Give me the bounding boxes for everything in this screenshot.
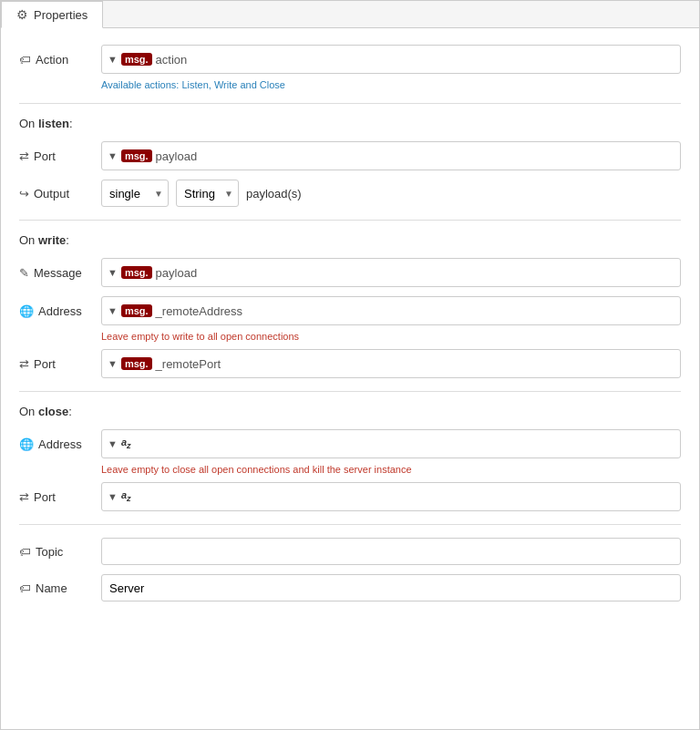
write-address-row: 🌐 Address ▼ msg. _remoteAddress	[19, 296, 681, 325]
write-message-icon: ✎	[19, 266, 29, 280]
listen-port-row: ⇄ Port ▼ msg. payload	[19, 141, 681, 170]
listen-port-msg-badge: msg.	[121, 149, 152, 162]
close-address-input[interactable]: ▼ az	[101, 429, 681, 458]
close-address-icon: 🌐	[19, 437, 34, 451]
write-address-field: _remoteAddress	[156, 304, 242, 318]
output-type-select[interactable]: String Buffer JSON	[176, 180, 239, 207]
close-port-input[interactable]: ▼ az	[101, 482, 681, 511]
close-port-icon: ⇄	[19, 490, 29, 504]
topic-input[interactable]	[101, 538, 681, 565]
write-address-icon: 🌐	[19, 304, 34, 318]
write-port-arrow[interactable]: ▼	[108, 358, 118, 369]
action-input[interactable]: ▼ msg. action	[101, 45, 681, 74]
write-port-icon: ⇄	[19, 357, 29, 371]
action-msg-field: action	[156, 53, 188, 67]
action-hint: Available actions: Listen, Write and Clo…	[101, 79, 681, 90]
close-address-arrow[interactable]: ▼	[108, 438, 118, 449]
listen-port-arrow[interactable]: ▼	[108, 150, 118, 161]
write-port-badge: msg.	[121, 357, 152, 370]
listen-port-input[interactable]: ▼ msg. payload	[101, 141, 681, 170]
output-label: ↪ Output	[19, 187, 92, 200]
close-address-az-badge: az	[121, 437, 131, 450]
listen-port-icon: ⇄	[19, 149, 29, 163]
write-address-hint: Leave empty to write to all open connect…	[101, 331, 681, 342]
output-row: ↪ Output single stream ▼ String	[19, 180, 681, 207]
close-port-row: ⇄ Port ▼ az	[19, 482, 681, 511]
write-message-row: ✎ Message ▼ msg. payload	[19, 258, 681, 287]
action-row: 🏷 Action ▼ msg. action	[19, 45, 681, 74]
output-suffix: payload(s)	[246, 187, 302, 200]
topic-label: 🏷 Topic	[19, 545, 92, 559]
on-write-heading: On write:	[19, 233, 681, 247]
form-content: 🏷 Action ▼ msg. action Available actions…	[1, 28, 699, 627]
tab-properties[interactable]: ⚙ Properties	[1, 1, 103, 28]
divider-4	[19, 524, 681, 525]
output-controls: single stream ▼ String Buffer JSON ▼ p	[101, 180, 302, 207]
write-port-label: ⇄ Port	[19, 357, 92, 371]
name-input[interactable]	[101, 574, 681, 601]
output-icon: ↪	[19, 187, 29, 200]
name-label: 🏷 Name	[19, 581, 92, 595]
close-address-label: 🌐 Address	[19, 437, 92, 451]
write-port-input[interactable]: ▼ msg. _remotePort	[101, 349, 681, 378]
write-address-input[interactable]: ▼ msg. _remoteAddress	[101, 296, 681, 325]
on-listen-heading: On listen:	[19, 117, 681, 130]
gear-icon: ⚙	[16, 7, 28, 22]
close-port-label: ⇄ Port	[19, 490, 92, 504]
close-address-hint: Leave empty to close all open connection…	[101, 464, 681, 475]
topic-tag-icon: 🏷	[19, 545, 31, 559]
action-msg-badge: msg.	[121, 53, 152, 66]
listen-port-label: ⇄ Port	[19, 149, 92, 163]
output-type-select-wrap: String Buffer JSON ▼	[176, 180, 239, 207]
close-address-row: 🌐 Address ▼ az	[19, 429, 681, 458]
properties-panel: ⚙ Properties 🏷 Action ▼ msg. action Avai…	[0, 0, 700, 730]
write-message-field: payload	[156, 266, 198, 280]
on-listen-section: On listen: ⇄ Port ▼ msg. payload ↪	[19, 117, 681, 207]
write-address-label: 🌐 Address	[19, 304, 92, 318]
topic-row: 🏷 Topic	[19, 538, 681, 565]
divider-1	[19, 103, 681, 104]
action-tag-icon: 🏷	[19, 53, 31, 67]
divider-2	[19, 220, 681, 221]
write-address-badge: msg.	[121, 304, 152, 317]
write-port-row: ⇄ Port ▼ msg. _remotePort	[19, 349, 681, 378]
write-message-arrow[interactable]: ▼	[108, 267, 118, 278]
name-row: 🏷 Name	[19, 574, 681, 601]
write-message-badge: msg.	[121, 266, 152, 279]
write-message-input[interactable]: ▼ msg. payload	[101, 258, 681, 287]
action-label: 🏷 Action	[19, 53, 92, 67]
write-address-arrow[interactable]: ▼	[108, 305, 118, 316]
write-message-label: ✎ Message	[19, 266, 92, 280]
tab-properties-label: Properties	[34, 8, 88, 22]
close-port-az-badge: az	[121, 489, 131, 503]
action-dropdown-arrow[interactable]: ▼	[108, 54, 118, 65]
on-close-section: On close: 🌐 Address ▼ az Leave empty to …	[19, 405, 681, 511]
name-tag-icon: 🏷	[19, 581, 31, 595]
divider-3	[19, 391, 681, 392]
listen-port-field: payload	[156, 149, 198, 163]
on-write-section: On write: ✎ Message ▼ msg. payload 🌐	[19, 233, 681, 378]
output-single-select-wrap: single stream ▼	[101, 180, 169, 207]
tab-bar: ⚙ Properties	[1, 1, 699, 28]
output-single-select[interactable]: single stream	[101, 180, 169, 207]
write-port-field: _remotePort	[156, 357, 221, 371]
close-port-arrow[interactable]: ▼	[108, 491, 118, 502]
on-close-heading: On close:	[19, 405, 681, 418]
